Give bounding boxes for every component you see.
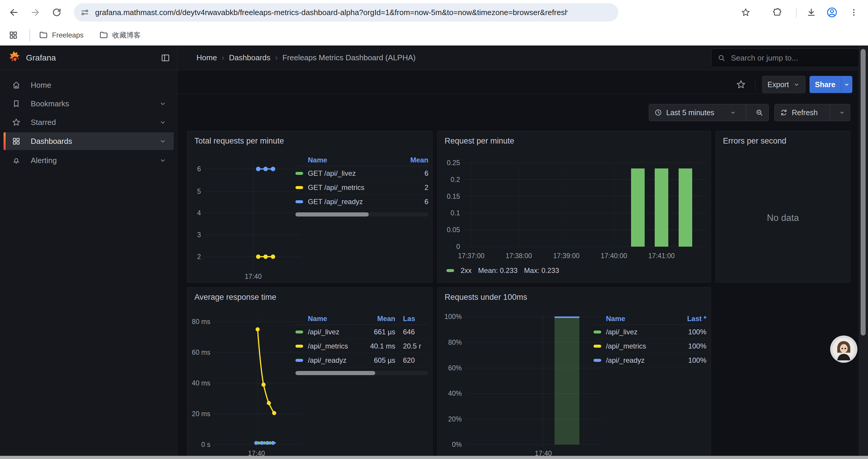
legend-row[interactable]: /api/_livez 100% xyxy=(593,325,706,339)
vertical-scrollbar-thumb[interactable] xyxy=(861,49,866,335)
apps-grid-button[interactable] xyxy=(6,28,20,42)
panel-title[interactable]: Request per minute xyxy=(445,136,514,145)
svg-text:5: 5 xyxy=(197,188,201,195)
series-name[interactable]: GET /api/_metrics xyxy=(308,184,425,192)
legend-row[interactable]: GET /api/_metrics 2 xyxy=(296,181,428,195)
browser-menu-button[interactable] xyxy=(847,5,861,20)
legend-col-name[interactable]: Name xyxy=(296,156,410,164)
series-name[interactable]: /api/_metrics xyxy=(606,342,688,350)
share-button-group: Share xyxy=(809,76,852,93)
search-box[interactable]: ⌘+k xyxy=(711,48,868,67)
url-input[interactable] xyxy=(95,8,568,18)
bookmark-label: 收藏博客 xyxy=(112,30,141,40)
legend-col-mean[interactable]: Mean xyxy=(410,156,428,164)
kebab-menu-icon xyxy=(849,8,858,17)
panel-title[interactable]: Errors per second xyxy=(723,136,786,145)
browser-back-button[interactable] xyxy=(6,5,21,20)
floating-assistant-avatar[interactable] xyxy=(830,335,857,363)
search-input[interactable] xyxy=(730,53,868,63)
chevron-down-icon xyxy=(730,109,736,116)
series-name[interactable]: /api/_metrics xyxy=(308,342,357,350)
series-name[interactable]: GET /api/_livez xyxy=(308,169,425,177)
breadcrumb-home[interactable]: Home xyxy=(196,53,217,62)
sidebar-item-starred[interactable]: Starred xyxy=(4,114,174,131)
browser-profile-button[interactable] xyxy=(825,5,839,20)
svg-text:100%: 100% xyxy=(444,313,462,321)
browser-reload-button[interactable] xyxy=(50,5,64,20)
sidebar-item-home[interactable]: Home xyxy=(4,76,174,94)
favorite-dashboard-button[interactable] xyxy=(735,78,747,91)
legend-col-name[interactable]: Name xyxy=(593,315,687,323)
legend-row[interactable]: /api/_livez 661 µs 646 xyxy=(296,325,428,339)
brand-title: Grafana xyxy=(26,53,56,63)
legend-row[interactable]: GET /api/_livez 6 xyxy=(296,166,428,181)
scrollbar-thumb[interactable] xyxy=(296,371,375,375)
series-name[interactable]: 2xx xyxy=(461,266,471,275)
svg-text:20 ms: 20 ms xyxy=(192,410,210,418)
extensions-button[interactable] xyxy=(771,5,785,20)
series-name[interactable]: GET /api/_readyz xyxy=(308,198,425,206)
legend-col-last[interactable]: Las xyxy=(395,315,428,323)
profile-icon xyxy=(826,6,838,18)
panel-title[interactable]: Total requests per minute xyxy=(194,136,284,145)
legend-header: Name Last * xyxy=(593,313,706,325)
legend-inline[interactable]: 2xx Mean: 0.233 Max: 0.233 xyxy=(446,266,559,275)
breadcrumb-dashboards[interactable]: Dashboards xyxy=(229,53,270,62)
svg-text:17:39:00: 17:39:00 xyxy=(553,252,580,260)
panel-title[interactable]: Average response time xyxy=(194,293,276,302)
reload-icon xyxy=(52,7,62,18)
series-swatch xyxy=(593,359,601,362)
legend-col-name[interactable]: Name xyxy=(296,315,357,323)
series-name[interactable]: /api/_livez xyxy=(606,328,688,336)
export-button[interactable]: Export xyxy=(762,76,805,93)
downloads-button[interactable] xyxy=(804,5,818,20)
legend-row[interactable]: /api/_metrics 100% xyxy=(593,339,706,353)
legend-scrollbar[interactable] xyxy=(296,371,428,375)
svg-text:2: 2 xyxy=(197,253,201,261)
legend-scrollbar[interactable] xyxy=(296,212,428,217)
scrollbar-thumb[interactable] xyxy=(296,212,369,217)
series-name[interactable]: /api/_livez xyxy=(308,328,357,336)
svg-text:0 s: 0 s xyxy=(201,441,210,448)
panel-request-per-minute: Request per minute 0.250.20.150.10.05017… xyxy=(437,131,711,283)
svg-text:17:40:00: 17:40:00 xyxy=(601,252,627,260)
export-label: Export xyxy=(768,80,789,89)
svg-text:3: 3 xyxy=(197,231,201,239)
legend-col-mean[interactable]: Mean xyxy=(357,315,395,323)
share-menu-button[interactable] xyxy=(841,76,852,93)
zoom-out-time-button[interactable] xyxy=(750,104,769,121)
series-swatch xyxy=(446,269,454,272)
legend-row[interactable]: /api/_metrics 40.1 ms 20.5 r xyxy=(296,339,428,353)
svg-text:17:41:00: 17:41:00 xyxy=(648,252,675,260)
legend-col-last[interactable]: Last * xyxy=(687,315,706,323)
total-requests-chart[interactable]: 6543217:40 xyxy=(190,149,302,282)
bookmark-folder-blogs[interactable]: 收藏博客 xyxy=(95,28,145,42)
browser-forward-button[interactable] xyxy=(28,5,42,20)
address-bar[interactable] xyxy=(74,3,618,22)
bookmark-star-button[interactable] xyxy=(739,5,753,20)
series-name[interactable]: /api/_readyz xyxy=(606,356,688,364)
legend-row[interactable]: GET /api/_readyz 6 xyxy=(296,195,428,209)
sidebar-item-alerting[interactable]: Alerting xyxy=(4,152,174,169)
refresh-button[interactable]: Refresh xyxy=(775,104,826,121)
time-range-picker[interactable]: Last 5 minutes xyxy=(649,104,742,121)
share-button[interactable]: Share xyxy=(809,76,841,93)
sidebar-item-dashboards[interactable]: Dashboards xyxy=(4,132,174,150)
under-100ms-chart[interactable]: 100%80%60%40%20%0%17:40 xyxy=(443,307,605,459)
avg-response-chart[interactable]: 80 ms60 ms40 ms20 ms0 s17:40 xyxy=(191,307,304,459)
series-name[interactable]: /api/_readyz xyxy=(308,356,357,364)
header-border xyxy=(0,70,868,70)
sidebar-item-label: Bookmarks xyxy=(31,99,69,108)
breadcrumb: Home › Dashboards › Freeleaps Metrics Da… xyxy=(196,53,416,62)
sidebar-collapse-button[interactable] xyxy=(159,52,172,64)
bookmark-folder-freeleaps[interactable]: Freeleaps xyxy=(35,28,88,42)
sidebar-item-bookmarks[interactable]: Bookmarks xyxy=(4,95,174,112)
request-per-minute-chart[interactable]: 0.250.20.150.10.05017:37:0017:38:0017:39… xyxy=(443,158,707,262)
refresh-interval-button[interactable] xyxy=(834,104,850,121)
horizontal-scrollbar[interactable] xyxy=(0,456,868,459)
legend-row[interactable]: /api/_readyz 100% xyxy=(593,353,706,367)
series-swatch xyxy=(296,359,303,362)
legend-row[interactable]: /api/_readyz 605 µs 620 xyxy=(296,353,428,367)
grafana-logo[interactable] xyxy=(6,50,21,66)
panel-title[interactable]: Requests under 100ms xyxy=(445,293,527,302)
